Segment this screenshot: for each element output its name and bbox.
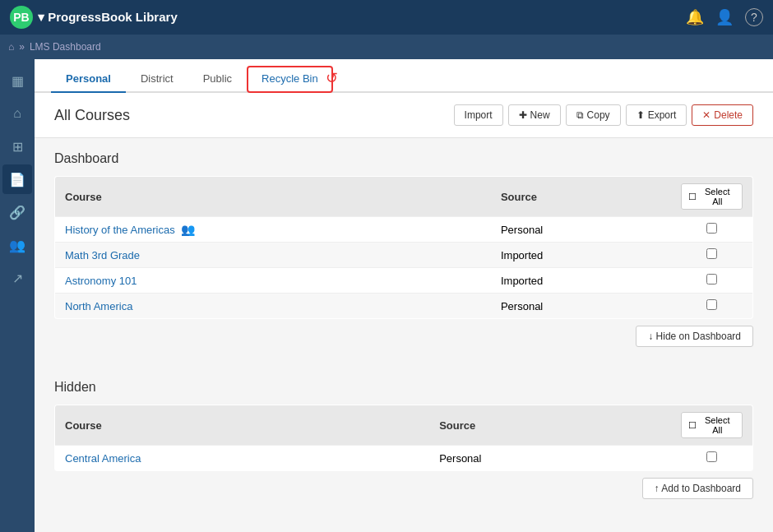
app-name-label: ▾ ProgressBook Library [38, 10, 178, 25]
hidden-section: Hidden Course Source ☐ Select All [35, 367, 773, 519]
bell-icon[interactable]: 🔔 [686, 8, 704, 26]
row-checkbox-cell [671, 243, 753, 268]
checkbox-icon: ☐ [688, 192, 697, 202]
page-title: All Courses [54, 107, 130, 124]
hidden-title: Hidden [54, 380, 753, 395]
source-cell: Personal [491, 294, 671, 319]
course-cell: Central America [55, 446, 430, 471]
page-header: All Courses Import ✚ New ⧉ Copy ⬆ Export… [35, 93, 773, 138]
hidden-course-col-header: Course [55, 405, 430, 446]
dashboard-source-col-header: Source [491, 177, 671, 217]
hidden-table: Course Source ☐ Select All Centra [54, 405, 753, 471]
sidebar-item-home[interactable]: ⌂ [2, 99, 32, 128]
hidden-select-all-button[interactable]: ☐ Select All [681, 412, 743, 438]
source-cell: Personal [491, 217, 671, 243]
checkbox-icon: ☐ [688, 420, 697, 431]
sidebar-item-grid[interactable]: ⊞ [2, 132, 32, 161]
table-row: Central America Personal [55, 446, 753, 471]
export-button[interactable]: ⬆ Export [626, 104, 687, 126]
hidden-source-col-header: Source [429, 405, 670, 446]
dashboard-title: Dashboard [54, 151, 753, 166]
row-checkbox[interactable] [706, 274, 717, 285]
add-to-dashboard-button[interactable]: ↑ Add to Dashboard [642, 478, 753, 499]
sidebar-item-calendar[interactable]: ▦ [2, 66, 32, 95]
export-icon: ⬆ [636, 109, 645, 121]
dashboard-action-row: ↓ Hide on Dashboard [54, 319, 753, 354]
table-row: Math 3rd Grade Imported [55, 243, 753, 268]
course-link[interactable]: Astronomy 101 [65, 275, 137, 287]
row-checkbox[interactable] [706, 248, 717, 259]
top-navbar: PB ▾ ProgressBook Library 🔔 👤 ? [0, 0, 773, 35]
hidden-action-row: ↑ Add to Dashboard [54, 471, 753, 506]
dashboard-select-all-button[interactable]: ☐ Select All [681, 183, 743, 210]
logo-area[interactable]: PB ▾ ProgressBook Library [10, 6, 178, 29]
plus-icon: ✚ [519, 109, 527, 121]
sidebar-item-doc[interactable]: 📄 [2, 164, 32, 194]
course-link[interactable]: North America [65, 300, 132, 312]
tab-recycle-bin[interactable]: Recycle Bin ↺ [247, 66, 333, 93]
tab-district[interactable]: District [126, 66, 188, 93]
delete-button[interactable]: ✕ Delete [692, 104, 753, 126]
source-cell: Imported [491, 243, 671, 268]
course-cell: North America [55, 294, 491, 319]
dashboard-section: Dashboard Course Source ☐ Select All [35, 138, 773, 367]
sidebar-item-link[interactable]: 🔗 [2, 197, 32, 227]
sidebar-item-group[interactable]: 👥 [2, 230, 32, 260]
main-content: Personal District Public Recycle Bin ↺ A… [35, 59, 773, 532]
breadcrumb: ⌂ » LMS Dashboard [0, 35, 773, 59]
tab-personal[interactable]: Personal [51, 66, 126, 93]
row-checkbox-cell [671, 217, 753, 243]
course-link[interactable]: Central America [65, 452, 141, 465]
hide-on-dashboard-button[interactable]: ↓ Hide on Dashboard [636, 326, 753, 347]
row-checkbox-cell [671, 294, 753, 319]
copy-button[interactable]: ⧉ Copy [566, 104, 621, 126]
new-button[interactable]: ✚ New [508, 104, 561, 126]
table-row: North America Personal [55, 294, 753, 319]
hidden-select-all-col: ☐ Select All [671, 405, 753, 446]
source-cell: Imported [491, 268, 671, 294]
row-checkbox-cell [671, 446, 753, 471]
logo-icon: PB [10, 6, 33, 29]
dashboard-table: Course Source ☐ Select All [54, 176, 753, 319]
delete-icon: ✕ [702, 109, 711, 121]
user-badge-icon: 👥 [181, 223, 195, 236]
copy-icon: ⧉ [576, 109, 584, 121]
user-icon[interactable]: 👤 [715, 8, 734, 26]
action-buttons: Import ✚ New ⧉ Copy ⬆ Export ✕ Delete [454, 104, 753, 126]
help-icon[interactable]: ? [745, 8, 763, 26]
row-checkbox[interactable] [706, 223, 717, 234]
home-icon[interactable]: ⌂ [8, 41, 14, 53]
row-checkbox[interactable] [706, 451, 717, 462]
row-checkbox-cell [671, 268, 753, 294]
table-row: Astronomy 101 Imported [55, 268, 753, 294]
sidebar-item-export[interactable]: ↗ [2, 263, 32, 293]
course-cell: Math 3rd Grade [55, 243, 491, 268]
breadcrumb-separator: » [19, 41, 25, 53]
sidebar: ▦ ⌂ ⊞ 📄 🔗 👥 ↗ [0, 59, 35, 532]
breadcrumb-current: LMS Dashboard [30, 41, 101, 53]
course-link[interactable]: History of the Americas 👥 [65, 224, 195, 236]
dashboard-course-col-header: Course [55, 177, 491, 217]
course-link[interactable]: Math 3rd Grade [65, 249, 140, 261]
dashboard-select-all-col: ☐ Select All [671, 177, 753, 217]
course-cell: History of the Americas 👥 [55, 217, 491, 243]
source-cell: Personal [429, 446, 670, 471]
course-cell: Astronomy 101 [55, 268, 491, 294]
tab-public[interactable]: Public [188, 66, 247, 93]
table-row: History of the Americas 👥 Personal [55, 217, 753, 243]
import-button[interactable]: Import [454, 104, 503, 126]
row-checkbox[interactable] [706, 299, 717, 310]
tab-bar: Personal District Public Recycle Bin ↺ [35, 59, 773, 93]
